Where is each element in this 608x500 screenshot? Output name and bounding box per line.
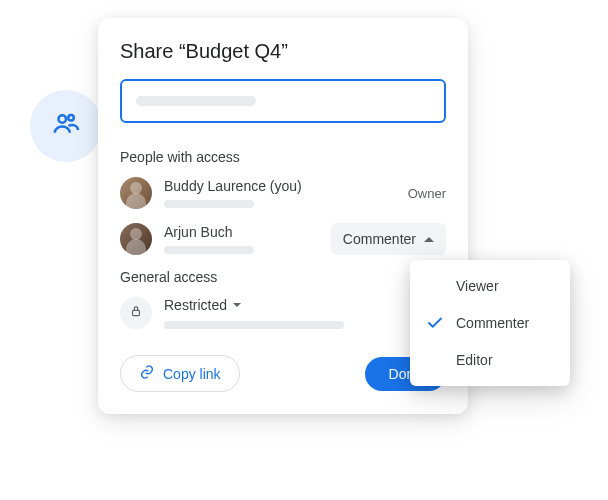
avatar	[120, 177, 152, 209]
lock-icon-badge	[120, 297, 152, 329]
role-dropdown-button[interactable]: Commenter	[331, 223, 446, 255]
input-placeholder-skeleton	[136, 96, 256, 106]
role-owner-label: Owner	[408, 186, 446, 201]
svg-point-1	[68, 115, 74, 121]
description-skeleton	[164, 321, 344, 329]
avatar	[120, 223, 152, 255]
menu-item-label: Editor	[456, 352, 493, 368]
caret-down-icon	[233, 303, 241, 307]
svg-point-0	[59, 115, 67, 123]
role-menu-item-commenter[interactable]: Commenter	[410, 304, 570, 342]
link-icon	[139, 364, 155, 383]
email-skeleton	[164, 200, 254, 208]
person-row: Arjun Buch Commenter	[120, 223, 446, 255]
copy-link-button[interactable]: Copy link	[120, 355, 240, 392]
copy-link-label: Copy link	[163, 366, 221, 382]
email-skeleton	[164, 246, 254, 254]
person-name: Buddy Laurence (you)	[164, 178, 396, 194]
svg-rect-2	[133, 310, 140, 315]
people-icon-badge	[30, 90, 102, 162]
add-people-input[interactable]	[120, 79, 446, 123]
person-row: Buddy Laurence (you) Owner	[120, 177, 446, 209]
general-access-row: Restricted	[120, 297, 446, 329]
people-access-heading: People with access	[120, 149, 446, 165]
caret-up-icon	[424, 237, 434, 242]
general-access-heading: General access	[120, 269, 446, 285]
menu-item-label: Viewer	[456, 278, 499, 294]
role-dropdown-label: Commenter	[343, 231, 416, 247]
person-name: Arjun Buch	[164, 224, 319, 240]
general-access-label: Restricted	[164, 297, 227, 313]
role-menu-item-editor[interactable]: Editor	[410, 342, 570, 378]
dialog-title: Share “Budget Q4”	[120, 40, 446, 63]
menu-item-label: Commenter	[456, 315, 529, 331]
people-icon	[51, 109, 81, 143]
role-menu-item-viewer[interactable]: Viewer	[410, 268, 570, 304]
general-access-dropdown[interactable]: Restricted	[164, 297, 446, 313]
lock-icon	[129, 304, 143, 322]
check-icon	[426, 314, 444, 332]
role-menu: Viewer Commenter Editor	[410, 260, 570, 386]
